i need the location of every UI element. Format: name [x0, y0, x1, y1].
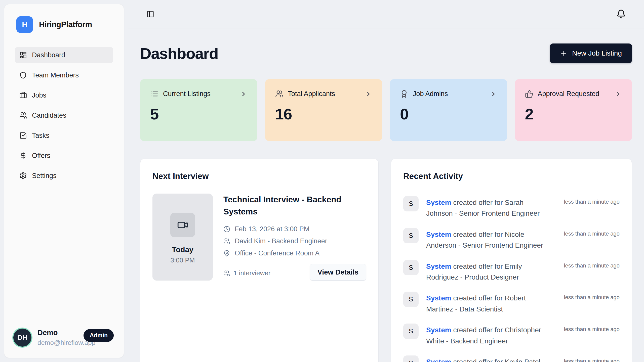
activity-item: S System created offer for Sarah Johnson…: [403, 196, 620, 219]
activity-timestamp: less than a minute ago: [564, 196, 620, 205]
gear-icon: [19, 172, 27, 179]
stat-value: 0: [400, 105, 497, 123]
check-square-icon: [19, 132, 27, 139]
sidebar-item-label: Team Members: [32, 71, 79, 79]
interview-candidate-row: David Kim - Backend Engineer: [223, 237, 366, 245]
bell-icon: [616, 9, 626, 19]
sidebar-item-tasks[interactable]: Tasks: [15, 127, 113, 144]
activity-actor-link[interactable]: System: [426, 231, 451, 238]
activity-timestamp: less than a minute ago: [564, 260, 620, 269]
app-brand: H HiringPlatform: [4, 4, 124, 47]
chevron-right-icon: [614, 90, 622, 98]
users-icon: [275, 90, 284, 98]
page-title: Dashboard: [140, 44, 218, 62]
sidebar: H HiringPlatform Dashboard Team Members …: [4, 4, 124, 358]
next-interview-panel: Next Interview Today 3:00 PM Technical I…: [140, 159, 379, 362]
shield-icon: [19, 71, 27, 79]
stat-card-total-applicants[interactable]: Total Applicants 16: [265, 79, 382, 141]
dollar-icon: [19, 152, 27, 159]
activity-timestamp: less than a minute ago: [564, 324, 620, 333]
award-icon: [400, 90, 408, 98]
activity-item: S System created offer for Kevin Patel -…: [403, 355, 620, 362]
recent-activity-title: Recent Activity: [403, 171, 620, 181]
users-icon: [223, 270, 230, 277]
interview-candidate: David Kim - Backend Engineer: [235, 237, 327, 245]
stat-label: Job Admins: [413, 90, 485, 98]
app-logo: H: [16, 16, 33, 33]
interview-time-label: 3:00 PM: [171, 256, 195, 264]
stat-label: Total Applicants: [288, 90, 360, 98]
sidebar-item-dashboard[interactable]: Dashboard: [15, 47, 113, 63]
activity-timestamp: less than a minute ago: [564, 228, 620, 237]
stat-value: 5: [150, 105, 247, 123]
sidebar-item-label: Candidates: [32, 112, 66, 119]
new-job-listing-button[interactable]: New Job Listing: [550, 43, 632, 63]
topbar: [128, 0, 644, 28]
stat-card-approval-requested[interactable]: Approval Requested 2: [515, 79, 632, 141]
activity-item: S System created offer for Nicole Anders…: [403, 228, 620, 251]
sidebar-item-settings[interactable]: Settings: [15, 168, 113, 184]
activity-actor-link[interactable]: System: [426, 262, 451, 270]
video-camera-icon: [170, 213, 195, 237]
stat-card-current-listings[interactable]: Current Listings 5: [140, 79, 257, 141]
activity-actor-link[interactable]: System: [426, 326, 451, 334]
interview-location-row: Office - Conference Room A: [223, 249, 366, 257]
sidebar-item-label: Tasks: [32, 132, 49, 140]
interview-day-label: Today: [172, 245, 193, 254]
sidebar-toggle-button[interactable]: [145, 8, 156, 20]
app-name: HiringPlatform: [39, 20, 92, 29]
activity-item: S System created offer for Christopher W…: [403, 324, 620, 346]
layout-dashboard-icon: [19, 51, 27, 59]
user-name: Demo: [37, 329, 77, 337]
sidebar-item-label: Settings: [32, 172, 57, 180]
activity-actor-link[interactable]: System: [426, 358, 451, 362]
activity-actor-link[interactable]: System: [426, 294, 451, 302]
users-icon: [19, 112, 27, 119]
activity-avatar: S: [403, 196, 419, 211]
stat-label: Current Listings: [163, 90, 235, 98]
stat-label: Approval Requested: [538, 90, 610, 98]
user-email: demo@hireflow.app: [37, 339, 77, 347]
sidebar-item-offers[interactable]: Offers: [15, 148, 113, 164]
activity-timestamp: less than a minute ago: [564, 355, 620, 362]
sidebar-item-candidates[interactable]: Candidates: [15, 107, 113, 123]
activity-item: S System created offer for Robert Martin…: [403, 292, 620, 314]
stat-card-job-admins[interactable]: Job Admins 0: [390, 79, 507, 141]
new-job-listing-label: New Job Listing: [572, 49, 622, 57]
activity-item: S System created offer for Emily Rodrigu…: [403, 260, 620, 283]
interview-location: Office - Conference Room A: [235, 249, 319, 257]
chevron-right-icon: [365, 90, 372, 98]
briefcase-icon: [19, 92, 27, 99]
interview-datetime-row: Feb 13, 2026 at 3:00 PM: [223, 225, 366, 233]
interview-datetime: Feb 13, 2026 at 3:00 PM: [235, 225, 309, 233]
sidebar-item-label: Offers: [32, 152, 50, 160]
users-icon: [223, 238, 230, 245]
notifications-button[interactable]: [614, 7, 628, 21]
stat-cards: Current Listings 5 Total Applicants 16 J…: [140, 79, 632, 141]
user-profile[interactable]: DH Demo demo@hireflow.app Admin: [4, 320, 124, 358]
map-pin-icon: [223, 250, 230, 257]
dashboard-content: Dashboard New Job Listing Current Listin…: [128, 28, 644, 362]
panel-left-icon: [147, 10, 154, 18]
interview-title: Technical Interview - Backend Systems: [223, 194, 344, 218]
activity-timestamp: less than a minute ago: [564, 292, 620, 301]
interview-date-tile: Today 3:00 PM: [152, 194, 213, 281]
main-area: Dashboard New Job Listing Current Listin…: [128, 0, 644, 362]
interviewer-count: 1 interviewer: [223, 269, 270, 281]
chevron-right-icon: [490, 90, 497, 98]
user-avatar: DH: [13, 329, 31, 347]
view-details-button[interactable]: View Details: [310, 264, 366, 281]
thumbs-up-icon: [525, 90, 533, 98]
recent-activity-panel: Recent Activity S System created offer f…: [391, 159, 632, 362]
activity-avatar: S: [403, 292, 419, 307]
activity-avatar: S: [403, 355, 419, 362]
clock-icon: [223, 226, 230, 233]
sidebar-item-team-members[interactable]: Team Members: [15, 67, 113, 83]
chevron-right-icon: [240, 90, 247, 98]
stat-value: 2: [525, 105, 622, 123]
plus-icon: [560, 50, 568, 57]
activity-avatar: S: [403, 260, 419, 275]
sidebar-item-jobs[interactable]: Jobs: [15, 87, 113, 103]
activity-avatar: S: [403, 228, 419, 243]
activity-actor-link[interactable]: System: [426, 199, 451, 206]
